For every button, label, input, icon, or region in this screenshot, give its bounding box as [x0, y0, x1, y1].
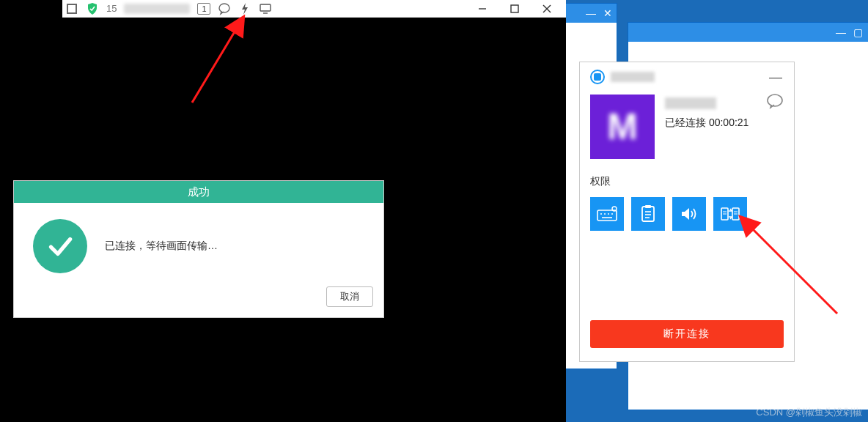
viewer-toolbar: 15 1	[62, 0, 566, 18]
cancel-button[interactable]: 取消	[326, 286, 373, 307]
svg-point-13	[768, 95, 782, 106]
perm-clipboard-button[interactable]	[631, 197, 665, 231]
svg-point-1	[219, 4, 229, 12]
connection-duration: 00:00:21	[709, 116, 749, 128]
device-id-prefix: 15	[106, 3, 117, 14]
svg-rect-22	[645, 205, 651, 208]
bgwin2-maximize-icon[interactable]: ▢	[853, 27, 863, 37]
notification-badge[interactable]: 1	[197, 3, 210, 15]
device-id-redacted	[124, 4, 190, 14]
permissions-row	[590, 197, 784, 231]
window-controls	[466, 0, 563, 18]
permissions-label: 权限	[590, 175, 784, 188]
popup-minimize-button[interactable]: —	[769, 70, 782, 85]
chat-bubble-icon[interactable]	[766, 93, 784, 112]
connection-popup: — M 已经连接 00:00:21 权限	[579, 62, 795, 362]
svg-point-16	[604, 213, 606, 215]
maximize-button[interactable]	[499, 0, 531, 18]
connected-label: 已经连接	[665, 116, 706, 128]
peer-avatar: M	[590, 95, 655, 159]
svg-rect-14	[597, 210, 617, 221]
remote-viewer-window: 15 1 成功 已连接，等待画面传输…	[0, 0, 566, 422]
svg-rect-5	[511, 5, 518, 12]
svg-line-7	[543, 5, 551, 12]
minimize-button[interactable]	[466, 0, 499, 18]
dialog-title: 成功	[14, 181, 383, 203]
success-dialog: 成功 已连接，等待画面传输… 取消	[13, 180, 384, 318]
svg-rect-0	[67, 4, 76, 13]
desktop-area: — ✕ — ▢ ✕ — M 已经连接 00:00:	[566, 0, 868, 422]
dialog-message: 已连接，等待画面传输…	[105, 240, 218, 253]
svg-rect-2	[260, 4, 271, 11]
close-button[interactable]	[531, 0, 563, 18]
perm-keyboard-button[interactable]	[590, 197, 624, 231]
svg-point-15	[600, 213, 602, 215]
perm-file-transfer-button[interactable]	[713, 197, 747, 231]
svg-rect-21	[642, 207, 654, 221]
app-icon	[590, 70, 605, 84]
fullscreen-icon[interactable]	[65, 2, 78, 15]
svg-line-8	[192, 29, 236, 103]
shield-icon	[86, 2, 99, 15]
chat-icon[interactable]	[218, 2, 231, 15]
bgwin2-minimize-icon[interactable]: —	[836, 27, 846, 37]
app-name-redacted	[611, 72, 655, 82]
peer-name-redacted	[665, 97, 716, 109]
bgwin1-close-icon[interactable]: ✕	[603, 8, 612, 18]
svg-point-17	[608, 213, 609, 215]
disconnect-button[interactable]: 断开连接	[590, 320, 784, 348]
perm-audio-button[interactable]	[672, 197, 706, 231]
annotation-arrow-left	[185, 22, 251, 113]
monitor-icon[interactable]	[259, 2, 272, 15]
svg-line-6	[543, 5, 551, 12]
bgwin1-minimize-icon[interactable]: —	[586, 8, 596, 18]
bolt-icon[interactable]	[238, 2, 251, 15]
connection-status: 已经连接 00:00:21	[665, 116, 749, 130]
svg-point-18	[611, 213, 613, 215]
watermark: CSDN @剁椒鱼头没剁椒	[756, 406, 862, 419]
checkmark-icon	[33, 219, 87, 273]
